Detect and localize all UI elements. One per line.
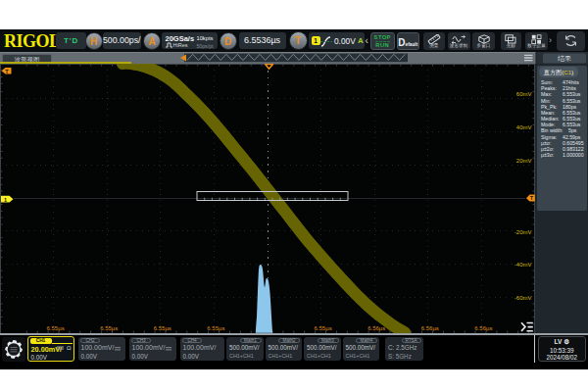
svg-text:1: 1 (4, 197, 7, 203)
svg-text:6.55µs: 6.55µs (207, 325, 224, 331)
svg-text:-20mV: -20mV (514, 229, 532, 235)
svg-text:6.56µs: 6.56µs (421, 325, 439, 331)
svg-text:20mV: 20mV (516, 158, 532, 164)
svg-text:-40mV: -40mV (514, 262, 532, 268)
svg-text:6.55µs: 6.55µs (315, 325, 332, 331)
svg-text:6.56µs: 6.56µs (368, 325, 385, 331)
svg-text:6.55µs: 6.55µs (47, 325, 65, 331)
svg-text:6.55µs: 6.55µs (154, 325, 172, 331)
svg-text:60mV: 60mV (516, 91, 532, 97)
svg-text:40mV: 40mV (516, 124, 532, 130)
svg-text:-60mV: -60mV (514, 295, 532, 301)
svg-text:6.55µs: 6.55µs (100, 325, 118, 331)
svg-text:6.56µs: 6.56µs (474, 325, 492, 331)
